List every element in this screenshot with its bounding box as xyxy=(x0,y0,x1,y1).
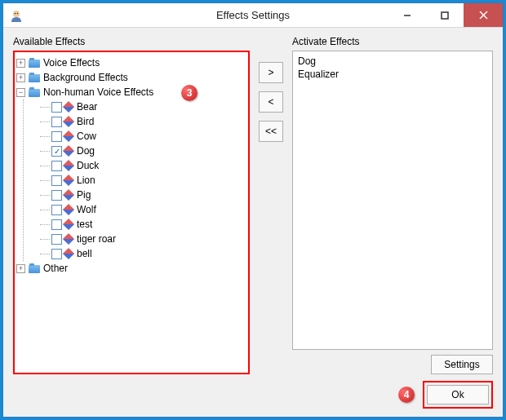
titlebar: Effects Settings xyxy=(3,3,503,28)
tree-item-lion[interactable]: Lion xyxy=(40,173,246,188)
close-button[interactable] xyxy=(464,3,503,27)
maximize-button[interactable] xyxy=(426,3,464,27)
checkbox[interactable] xyxy=(51,102,62,113)
tree-item-wolf[interactable]: Wolf xyxy=(40,202,246,217)
add-button[interactable]: > xyxy=(259,62,283,83)
tree-node-nonhuman[interactable]: − Non-human Voice Effects xyxy=(16,85,246,99)
collapse-icon[interactable]: − xyxy=(16,88,25,97)
checkbox[interactable] xyxy=(51,117,62,127)
minimize-button[interactable] xyxy=(388,3,426,27)
tree-item-bear[interactable]: Bear xyxy=(40,99,246,114)
list-item[interactable]: Dog xyxy=(298,55,487,68)
effect-icon xyxy=(63,145,74,157)
effect-icon xyxy=(63,160,74,171)
tree-node-voice-effects[interactable]: + Voice Effects xyxy=(16,55,246,70)
list-item[interactable]: Equalizer xyxy=(298,68,487,81)
effect-icon xyxy=(63,130,74,142)
checkbox[interactable] xyxy=(51,249,62,259)
expand-icon[interactable]: + xyxy=(16,264,25,273)
svg-point-1 xyxy=(15,12,16,14)
remove-all-button[interactable]: << xyxy=(259,121,283,142)
available-effects-tree[interactable]: 3 + Voice Effects + Background Effects xyxy=(13,51,250,374)
activate-effects-label: Activate Effects xyxy=(292,36,493,47)
expand-icon[interactable]: + xyxy=(16,59,25,68)
checkbox[interactable] xyxy=(51,190,62,201)
svg-point-2 xyxy=(17,12,19,14)
folder-icon xyxy=(29,263,40,273)
tree-node-background-effects[interactable]: + Background Effects xyxy=(16,70,246,85)
effect-icon xyxy=(63,248,74,259)
tree-item-dog[interactable]: ✓Dog xyxy=(40,144,246,158)
tree-item-tiger-roar[interactable]: tiger roar xyxy=(40,232,246,246)
remove-button[interactable]: < xyxy=(259,91,283,113)
activated-effects-list[interactable]: Dog Equalizer xyxy=(292,51,493,350)
tree-item-cow[interactable]: Cow xyxy=(40,129,246,144)
checkbox[interactable] xyxy=(51,219,62,230)
app-icon xyxy=(10,9,23,22)
tree-item-duck[interactable]: Duck xyxy=(40,158,246,173)
effects-settings-window: Effects Settings Available Effects 3 xyxy=(2,2,504,418)
window-controls xyxy=(388,3,503,27)
tree-item-bird[interactable]: Bird xyxy=(40,114,246,129)
checkbox[interactable] xyxy=(51,131,62,142)
effect-icon xyxy=(63,219,74,230)
folder-icon xyxy=(29,58,40,68)
checkbox[interactable] xyxy=(51,161,62,171)
available-effects-label: Available Effects xyxy=(13,36,250,47)
svg-rect-4 xyxy=(442,12,448,19)
dialog-content: Available Effects 3 + Voice Effects + Ba… xyxy=(3,28,503,417)
svg-point-0 xyxy=(13,11,20,17)
ok-button[interactable]: Ok xyxy=(427,385,489,405)
effect-icon xyxy=(63,189,74,201)
effect-icon xyxy=(63,233,74,245)
effect-icon xyxy=(63,175,74,186)
effect-icon xyxy=(63,204,74,215)
checkbox[interactable] xyxy=(51,205,62,215)
callout-4: 4 xyxy=(398,387,415,403)
checkbox-checked[interactable]: ✓ xyxy=(51,146,62,157)
effect-icon xyxy=(63,116,74,127)
ok-highlight: Ok xyxy=(423,381,493,409)
settings-button[interactable]: Settings xyxy=(431,355,493,374)
tree-item-pig[interactable]: Pig xyxy=(40,188,246,202)
folder-icon xyxy=(29,73,40,82)
effect-icon xyxy=(63,101,74,113)
tree-node-other[interactable]: + Other xyxy=(16,261,246,276)
expand-icon[interactable]: + xyxy=(16,73,25,82)
checkbox[interactable] xyxy=(51,234,62,245)
tree-item-test[interactable]: test xyxy=(40,217,246,232)
folder-icon xyxy=(29,87,40,97)
checkbox[interactable] xyxy=(51,175,62,186)
tree-item-bell[interactable]: bell xyxy=(40,246,246,261)
